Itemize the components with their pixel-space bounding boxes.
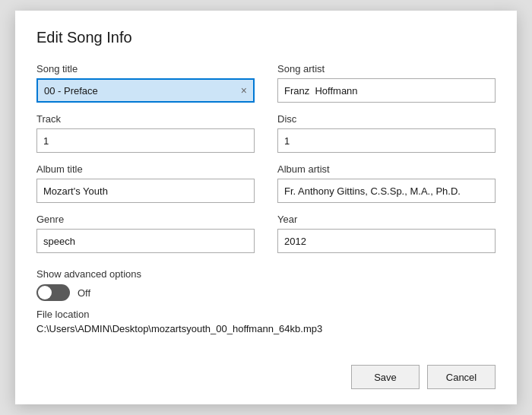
cancel-button[interactable]: Cancel [427,365,496,389]
album-title-label: Album title [36,163,255,175]
genre-label: Genre [36,214,255,225]
advanced-options-section: Show advanced options Off [36,268,496,301]
album-artist-input[interactable] [277,179,496,203]
disc-group: Disc [277,113,496,153]
album-artist-label: Album artist [277,163,496,175]
song-artist-label: Song artist [277,63,496,74]
album-title-group: Album title [36,163,255,203]
track-label: Track [36,113,255,125]
edit-song-dialog: Edit Song Info Song title × Song artist … [15,11,517,404]
dialog-title: Edit Song Info [36,29,496,46]
form-grid: Song title × Song artist Track Disc Albu… [36,63,496,264]
file-location-section: File location C:\Users\ADMIN\Desktop\moz… [36,309,496,334]
save-button[interactable]: Save [351,365,420,389]
song-title-label: Song title [36,63,255,74]
disc-input[interactable] [277,128,496,153]
advanced-options-label: Show advanced options [36,268,496,280]
file-path-value: C:\Users\ADMIN\Desktop\mozartsyouth_00_h… [36,323,496,334]
genre-group: Genre [36,214,255,253]
toggle-state-label: Off [78,287,90,299]
song-title-group: Song title × [36,63,255,103]
song-artist-input[interactable] [277,78,496,103]
toggle-knob [38,286,52,299]
toggle-row: Off [36,284,496,301]
song-title-input[interactable] [36,78,255,103]
genre-input[interactable] [36,229,255,253]
file-location-label: File location [36,309,496,320]
button-row: Save Cancel [36,357,496,389]
song-title-clear-button[interactable]: × [238,84,250,97]
album-artist-group: Album artist [277,163,496,203]
song-title-wrapper: × [36,78,255,103]
year-group: Year [277,214,496,253]
song-artist-group: Song artist [277,63,496,103]
year-label: Year [277,214,496,225]
disc-label: Disc [277,113,496,125]
advanced-toggle[interactable] [36,284,70,301]
year-input[interactable] [277,229,496,253]
track-group: Track [36,113,255,153]
track-input[interactable] [36,128,255,153]
album-title-input[interactable] [36,179,255,203]
